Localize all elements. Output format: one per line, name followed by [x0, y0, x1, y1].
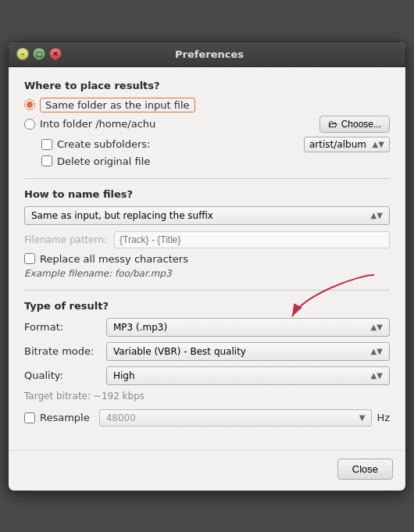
replace-messy-checkbox[interactable]: [24, 253, 35, 264]
resample-label: Resample: [40, 412, 90, 423]
folder-icon: 🗁: [328, 119, 337, 130]
format-dropdown[interactable]: MP3 (.mp3) ▲▼: [106, 318, 390, 337]
into-folder-radio[interactable]: [24, 119, 35, 130]
bitrate-mode-dropdown[interactable]: Variable (VBR) - Best quality ▲▼: [106, 342, 390, 361]
type-of-result-title: Type of result?: [24, 300, 390, 312]
close-button[interactable]: Close: [337, 459, 393, 480]
quality-dropdown[interactable]: High ▲▼: [106, 366, 390, 385]
preferences-window: – □ ✕ Preferences Where to place results…: [8, 41, 406, 491]
same-folder-option[interactable]: Same folder as the input file: [24, 98, 390, 112]
quality-arrow-icon: ▲▼: [371, 371, 383, 380]
bitrate-mode-label: Bitrate mode:: [24, 345, 106, 357]
format-row: Format: MP3 (.mp3) ▲▼: [24, 318, 390, 337]
hz-label: Hz: [377, 412, 390, 423]
choose-button[interactable]: 🗁 Choose...: [319, 116, 390, 133]
divider-2: [24, 290, 390, 291]
maximize-icon: □: [36, 50, 43, 58]
into-folder-option[interactable]: Into folder /home/achu: [24, 118, 319, 130]
type-of-result-section: Type of result? Format: MP3 (.mp3) ▲: [24, 300, 390, 427]
resample-dropdown[interactable]: 48000 ▼: [99, 409, 373, 427]
create-subfolders-label: Create subfolders:: [57, 138, 150, 150]
titlebar: – □ ✕ Preferences: [9, 42, 405, 67]
footer: Close: [9, 450, 405, 491]
format-value: MP3 (.mp3): [113, 322, 167, 333]
content-area: Where to place results? Same folder as t…: [9, 67, 405, 450]
format-label: Format:: [24, 321, 106, 333]
example-filename: Example filename: foo/bar.mp3: [24, 268, 390, 279]
divider-1: [24, 178, 390, 179]
window-controls: – □ ✕: [16, 48, 62, 60]
bitrate-mode-arrow-icon: ▲▼: [371, 347, 383, 355]
create-subfolders-checkbox[interactable]: [41, 139, 52, 150]
create-subfolders-row: Create subfolders: artist/album ▲▼: [41, 137, 390, 152]
bitrate-mode-value: Variable (VBR) - Best quality: [113, 346, 246, 357]
quality-row: Quality: High ▲▼: [24, 366, 390, 385]
delete-original-checkbox[interactable]: [41, 155, 52, 166]
into-folder-label: Into folder /home/achu: [40, 118, 155, 130]
minimize-button[interactable]: –: [16, 48, 29, 60]
minimize-icon: –: [21, 50, 25, 58]
quality-label: Quality:: [24, 370, 106, 381]
close-window-icon: ✕: [52, 50, 59, 58]
replace-messy-label: Replace all messy characters: [40, 253, 188, 265]
subfolders-value: artist/album: [309, 139, 366, 150]
choose-button-label: Choose...: [341, 119, 381, 130]
how-to-name-section: How to name files? Same as input, but re…: [24, 188, 390, 279]
delete-original-row: Delete original file: [41, 155, 390, 167]
close-window-button[interactable]: ✕: [49, 48, 62, 60]
where-to-place-section: Where to place results? Same folder as t…: [24, 80, 390, 167]
subfolders-dropdown[interactable]: artist/album ▲▼: [304, 137, 390, 152]
window-title: Preferences: [62, 48, 357, 60]
resample-row: Resample 48000 ▼ Hz: [24, 409, 390, 427]
same-folder-radio[interactable]: [24, 99, 35, 110]
naming-dropdown[interactable]: Same as input, but replacing the suffix …: [24, 206, 390, 225]
bitrate-mode-row: Bitrate mode: Variable (VBR) - Best qual…: [24, 342, 390, 361]
filename-pattern-label: Filename pattern:: [24, 234, 114, 245]
subfolders-arrow-icon: ▲▼: [373, 140, 384, 148]
resample-checkbox[interactable]: [24, 412, 35, 423]
resample-value: 48000: [106, 412, 136, 423]
resample-arrow-icon: ▼: [359, 413, 366, 422]
replace-messy-row: Replace all messy characters: [24, 253, 390, 265]
delete-original-label: Delete original file: [57, 155, 150, 167]
where-to-place-title: Where to place results?: [24, 80, 390, 91]
naming-arrow-icon: ▲▼: [371, 211, 383, 220]
naming-value: Same as input, but replacing the suffix: [31, 210, 213, 221]
format-row-wrapper: Format: MP3 (.mp3) ▲▼: [24, 318, 390, 337]
how-to-name-title: How to name files?: [24, 188, 390, 200]
format-arrow-icon: ▲▼: [371, 323, 383, 331]
same-folder-label: Same folder as the input file: [40, 98, 195, 112]
maximize-button[interactable]: □: [33, 48, 45, 60]
filename-pattern-input[interactable]: [114, 231, 390, 248]
filename-pattern-row: Filename pattern:: [24, 231, 390, 248]
target-bitrate-text: Target bitrate: ~192 kbps: [24, 391, 390, 402]
quality-value: High: [113, 370, 135, 381]
